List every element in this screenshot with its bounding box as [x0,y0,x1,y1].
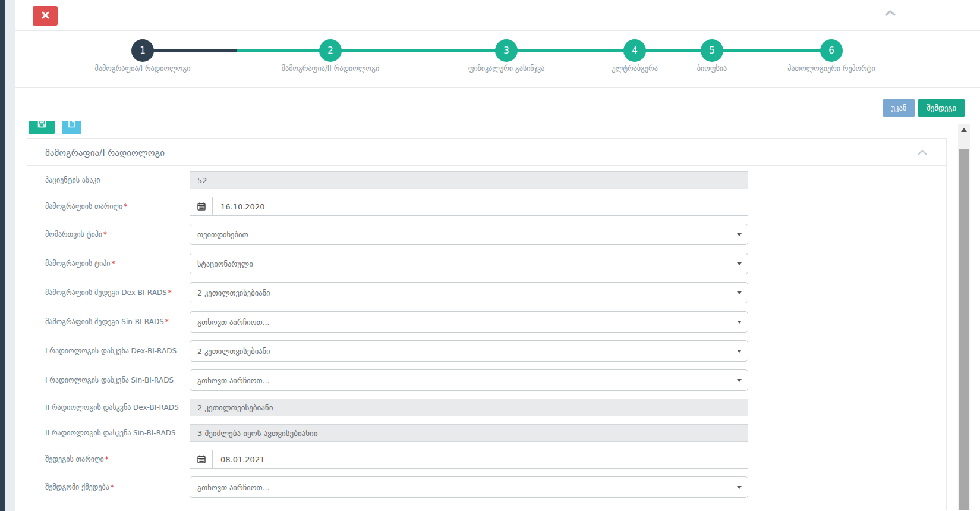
radiologist1-sin-select[interactable]: გთხოვთ აირჩიოთ... [190,369,748,391]
save-button[interactable] [29,121,55,134]
caret-down-icon [737,233,742,236]
caret-down-icon [737,291,742,294]
field-label: მამოგრაფიის შედეგი Dex-BI-RADS* [45,289,190,297]
chevron-up-icon [884,10,896,18]
field-label: მამოგრაფიის ტიპი* [45,259,190,268]
date-input[interactable]: 08.01.2021 [213,450,748,468]
result-dex-birads-select[interactable]: 2 კეთილთვისებიანი [190,282,748,303]
field-label: I რადიოლოგის დასკვნა Sin-BI-RADS [45,376,190,384]
caret-down-icon [737,379,742,382]
form-row: მამოგრაფიის შედეგი Dex-BI-RADS* 2 კეთილთ… [45,282,928,303]
card-collapse-button[interactable] [918,148,927,157]
close-button[interactable] [33,6,58,26]
date-input[interactable]: 16.10.2020 [213,197,748,215]
caret-down-icon [737,321,742,324]
main-panel: 1 2 3 4 5 6 მამოგრაფია/I რადიოლოგი მამოგ… [15,0,980,511]
wizard-page: 1 2 3 4 5 6 მამოგრაფია/I რადიოლოგი მამოგ… [0,0,980,511]
x-icon [42,11,49,21]
scrollbar-up-button[interactable] [958,124,970,136]
form-row: I რადიოლოგის დასკვნა Sin-BI-RADS გთხოვთ … [45,369,928,391]
form-row: II რადიოლოგის დასკვნა Dex-BI-RADS 2 კეთი… [45,399,928,416]
form-row: მომართვის ტიპი* თვითდინებით [45,224,928,245]
step-label-2: მამოგრაფია/II რადიოლოგი [247,64,414,73]
wizard-actions-row: უკან შემდეგი [15,87,980,121]
form-row: მამოგრაფიის თარიღი* 16.10.2020 [45,197,928,216]
step-label-6: პათოლოგიური რეპორტი [748,64,915,73]
result-date-field[interactable]: 08.01.2021 [190,450,748,469]
form-row: მამოგრაფიის ტიპი* სტაციონარული [45,253,928,274]
field-label: მომართვის ტიპი* [45,230,190,239]
document-icon [68,121,75,130]
card-body: პაციენტის ასაკი 52 მამოგრაფიის თარიღი* 1… [27,166,946,510]
step-circle-5[interactable]: 5 [701,39,723,62]
step-connector [143,49,237,52]
field-label: პაციენტის ასაკი [45,176,190,184]
form-row: მამოგრაფიის შედეგი Sin-BI-RADS* გთხოვთ ა… [45,311,928,333]
field-label: I რადიოლოგის დასკვნა Dex-BI-RADS [45,347,190,355]
caret-down-icon [737,486,742,489]
form-row: შედეგის თარიღი* 08.01.2021 [45,450,928,469]
chevron-up-icon [918,148,927,157]
form-row: პაციენტის ასაკი 52 [45,171,928,189]
top-bar [15,0,980,31]
panel-collapse-button[interactable] [884,8,897,19]
form-row: II რადიოლოგის დასკვნა Sin-BI-RADS 3 შეიძ… [45,424,928,442]
radiologist2-dex-field: 2 კეთილთვისებიანი [190,399,748,416]
calendar-icon[interactable] [190,197,213,215]
scrollbar-thumb[interactable] [959,149,969,510]
field-label: II რადიოლოგის დასკვნა Sin-BI-RADS [45,429,190,437]
sidebar-strip [0,0,5,511]
radiologist2-sin-field: 3 შეიძლება იყოს ავთვისებიანიი [190,424,748,442]
step-circle-3[interactable]: 3 [495,39,518,62]
scroll-area: მამოგრაფია/I რადიოლოგი პაციენტის ასაკი 5… [15,121,980,510]
mammography-type-select[interactable]: სტაციონარული [190,253,748,274]
mini-actions [29,121,81,134]
step-label-1: მამოგრაფია/I რადიოლოგი [59,64,226,73]
next-action-select[interactable]: გთხოვთ აირჩიოთ... [190,476,748,498]
form-card: მამოგრაფია/I რადიოლოგი პაციენტის ასაკი 5… [27,138,947,510]
result-sin-birads-select[interactable]: გთხოვთ აირჩიოთ... [190,311,748,333]
field-label: შედეგის თარიღი* [45,455,190,463]
form-row: I რადიოლოგის დასკვნა Dex-BI-RADS 2 კეთილ… [45,340,928,362]
calendar-icon[interactable] [190,450,213,468]
back-button[interactable]: უკან [883,99,915,117]
vertical-scrollbar[interactable] [958,124,970,510]
card-header: მამოგრაფია/I რადიოლოგი [27,139,946,166]
age-field: 52 [190,171,748,189]
step-circle-6[interactable]: 6 [820,39,843,62]
save-icon [37,121,46,130]
card-title: მამოგრაფია/I რადიოლოგი [45,148,165,158]
field-label: მამოგრაფიის შედეგი Sin-BI-RADS* [45,318,190,326]
form-row: შემდგომი ქმედება* გთხოვთ აირჩიოთ... [45,476,928,498]
mammography-date-field[interactable]: 16.10.2020 [190,197,748,216]
radiologist1-dex-select[interactable]: 2 კეთილთვისებიანი [190,340,748,362]
field-label: შემდგომი ქმედება* [45,483,190,491]
next-button[interactable]: შემდეგი [918,99,965,117]
caret-down-icon [737,350,742,353]
referral-type-select[interactable]: თვითდინებით [190,224,748,245]
step-circle-1[interactable]: 1 [131,39,154,62]
wizard-stepper: 1 2 3 4 5 6 მამოგრაფია/I რადიოლოგი მამოგ… [15,31,980,87]
arrow-up-icon [961,128,967,132]
step-circle-4[interactable]: 4 [623,39,646,62]
caret-down-icon [737,262,742,265]
field-label: II რადიოლოგის დასკვნა Dex-BI-RADS [45,403,190,412]
field-label: მამოგრაფიის თარიღი* [45,202,190,211]
step-circle-2[interactable]: 2 [319,39,342,62]
document-button[interactable] [62,121,81,134]
left-gutter [5,0,15,511]
